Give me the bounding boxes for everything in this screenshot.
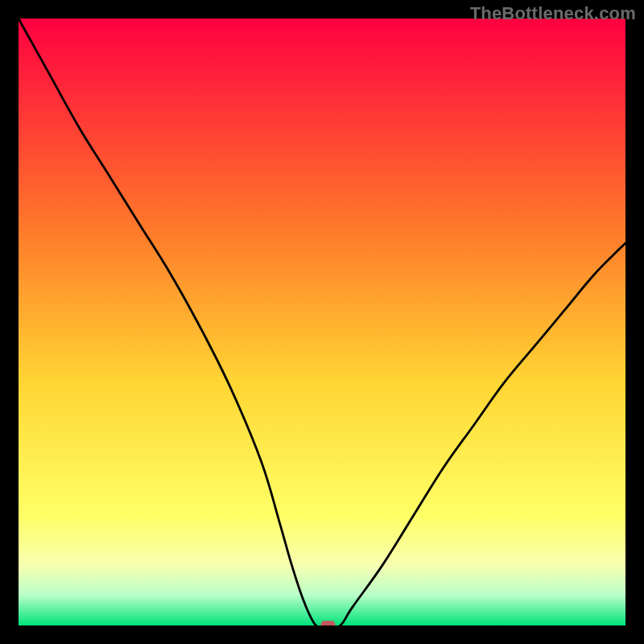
optimal-marker — [321, 621, 336, 625]
chart-svg — [19, 19, 625, 625]
chart-frame: TheBottleneck.com — [0, 0, 644, 644]
plot-area — [19, 19, 625, 625]
watermark-text: TheBottleneck.com — [470, 3, 636, 24]
gradient-background — [19, 19, 625, 625]
